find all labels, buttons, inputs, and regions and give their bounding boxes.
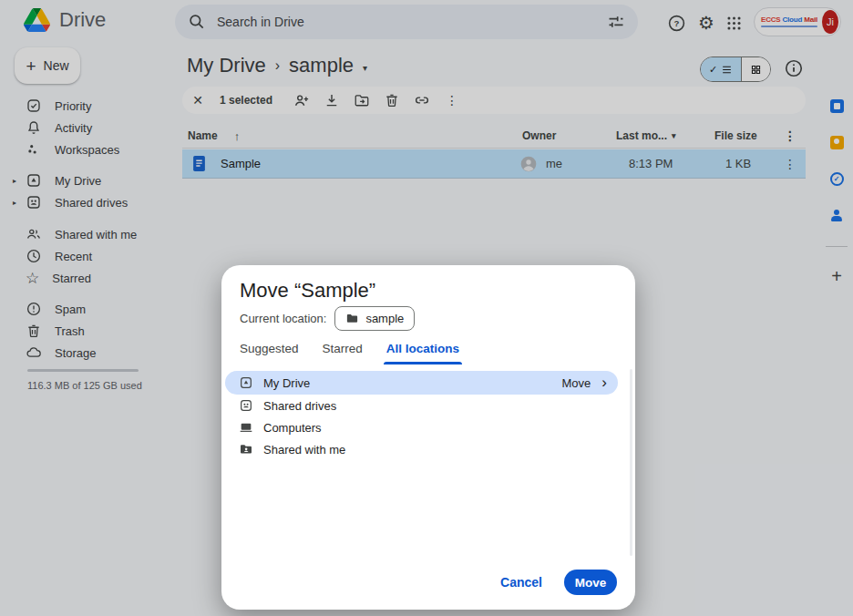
dialog-title: Move “Sample” <box>240 279 375 303</box>
tab-suggested[interactable]: Suggested <box>240 342 299 357</box>
location-item-shared-drives[interactable]: Shared drives <box>221 395 635 416</box>
current-location-row: Current location: sample <box>240 306 415 331</box>
location-label: Shared with me <box>263 443 345 457</box>
tab-all-locations[interactable]: All locations <box>386 342 459 357</box>
current-location-label: Current location: <box>240 312 326 325</box>
tab-starred[interactable]: Starred <box>323 342 363 357</box>
location-item-my-drive[interactable]: My Drive Move › <box>225 371 618 395</box>
location-label: Shared drives <box>263 399 336 413</box>
dialog-actions: Cancel Move <box>500 570 617 595</box>
current-location-chip[interactable]: sample <box>334 306 415 331</box>
my-drive-icon <box>239 375 253 390</box>
location-item-computers[interactable]: Computers <box>221 416 635 438</box>
computers-icon <box>239 420 253 435</box>
location-label: My Drive <box>263 376 310 390</box>
shared-drives-icon <box>239 398 253 413</box>
cancel-button[interactable]: Cancel <box>500 575 542 590</box>
chevron-right-icon[interactable]: › <box>601 375 607 390</box>
move-dialog: Move “Sample” Current location: sample S… <box>221 265 635 610</box>
location-list: My Drive Move › Shared drives Computers … <box>221 371 635 460</box>
dialog-scrollbar[interactable] <box>630 369 632 556</box>
dialog-tabs: Suggested Starred All locations <box>240 342 459 357</box>
folder-icon <box>345 312 359 325</box>
current-location-value: sample <box>365 312 404 325</box>
move-here-label[interactable]: Move <box>562 376 591 390</box>
move-button[interactable]: Move <box>564 570 617 595</box>
location-label: Computers <box>263 421 322 435</box>
location-item-shared-with-me[interactable]: Shared with me <box>221 438 635 460</box>
shared-folder-icon <box>239 442 253 457</box>
